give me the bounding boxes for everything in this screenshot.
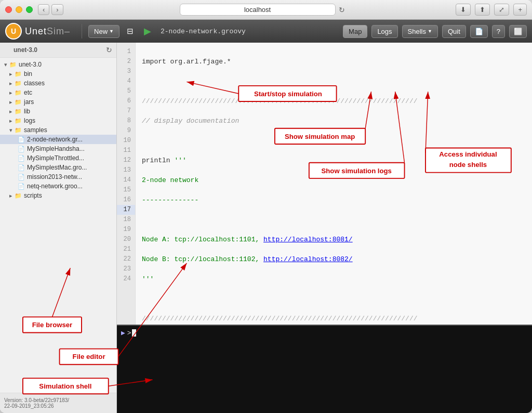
line-num-4: 4 — [117, 76, 135, 86]
folder-icon-classes: 📁 — [15, 80, 22, 87]
logs-button[interactable]: Logs — [371, 25, 397, 38]
reload-button[interactable]: ↻ — [339, 6, 345, 14]
shell-cursor — [132, 329, 136, 337]
folder-icon-bin: 📁 — [15, 71, 22, 78]
line-num-3: 3 — [117, 67, 135, 76]
tree-label-mission: mission2013-netw... — [27, 173, 82, 180]
file-icon-handsha: 📄 — [18, 146, 25, 152]
brand-logo: U — [5, 23, 22, 40]
brand: U UnetSim– — [5, 23, 70, 40]
share-button[interactable]: ⬆ — [475, 4, 490, 16]
chevron-down-icon-samples: ▾ — [9, 127, 12, 134]
tree-label-netq: netq-network.groo... — [27, 183, 83, 190]
chevron-right-icon-scripts: ▸ — [9, 192, 12, 199]
version-label: Version: 3.0-beta/22c97183/ 22-09-2019_2… — [4, 397, 69, 409]
folder-icon-samples: 📁 — [15, 127, 22, 134]
line-num-16: 16 — [117, 195, 135, 205]
line-num-1: 1 — [117, 47, 135, 57]
file-icon-throttled: 📄 — [18, 155, 25, 162]
tree-item-mac[interactable]: 📄 MySimplestMac.gro... — [0, 163, 116, 172]
tree-item-throttled[interactable]: 📄 MySimpleThrottled... — [0, 153, 116, 163]
expand-button[interactable]: ⤢ — [494, 4, 509, 16]
tree-item-handsha[interactable]: 📄 MySimpleHandsha... — [0, 144, 116, 153]
new-button[interactable]: New ▼ — [88, 25, 119, 38]
download-button[interactable]: ⬇ — [456, 4, 471, 16]
minimize-button[interactable] — [16, 6, 22, 13]
folder-icon-jars: 📁 — [15, 99, 22, 106]
file-tree[interactable]: ▾ 📁 unet-3.0 ▸ 📁 bin ▸ — [0, 58, 116, 393]
line-num-18: 18 — [117, 215, 135, 225]
line-num-23: 23 — [117, 264, 135, 274]
titlebar: ‹ › localhost ↻ ⬇ ⬆ ⤢ + — [0, 0, 532, 20]
tree-item-2node[interactable]: 📄 2-node-network.gr... — [0, 135, 116, 144]
shell-prompt: ▶ > — [121, 329, 528, 337]
tree-item-etc[interactable]: ▸ 📁 etc — [0, 88, 116, 97]
code-editor[interactable]: 1 2 3 4 5 6 7 8 9 10 11 12 13 — [117, 43, 532, 325]
code-line-1: import org.arl.fjage.* — [142, 57, 526, 67]
tree-item-netq[interactable]: 📄 netq-network.groo... — [0, 182, 116, 191]
tree-item-logs[interactable]: ▸ 📁 logs — [0, 116, 116, 125]
play-button[interactable]: ▶ — [141, 23, 154, 39]
url-bar[interactable]: localhost — [180, 4, 336, 16]
sidebar-refresh-button[interactable]: ↻ — [106, 46, 112, 54]
line-num-8: 8 — [117, 116, 135, 126]
shells-button[interactable]: Shells ▼ — [402, 25, 438, 38]
maximize-button[interactable] — [26, 6, 33, 13]
code-line-2 — [142, 76, 526, 86]
titlebar-right: ⬇ ⬆ ⤢ + — [456, 4, 527, 16]
line-num-24: 24 — [117, 274, 135, 284]
tree-item-root[interactable]: ▾ 📁 unet-3.0 — [0, 60, 116, 69]
line-num-22: 22 — [117, 254, 135, 264]
line-num-9: 9 — [117, 126, 135, 136]
docs-button[interactable]: 📄 — [470, 25, 488, 38]
tree-label-lib: lib — [24, 108, 30, 115]
folder-icon-lib: 📁 — [15, 108, 22, 115]
pos-container: unet-3.0 ↻ ▾ 📁 unet-3.0 ▸ 📁 — [0, 43, 532, 413]
code-line-13 — [142, 294, 526, 304]
tree-label-logs: logs — [24, 117, 35, 124]
shell-content[interactable]: ▶ > — [117, 326, 532, 413]
line-num-15: 15 — [117, 185, 135, 195]
quit-button[interactable]: Quit — [442, 25, 466, 38]
code-line-11: Node B: tcp://localhost:1102, http://loc… — [142, 254, 526, 264]
help-button[interactable]: ? — [492, 25, 505, 38]
nav-buttons: ‹ › — [38, 4, 63, 15]
file-icon-2node: 📄 — [18, 136, 25, 143]
add-tab-button[interactable]: + — [513, 4, 527, 16]
chevron-down-icon: ▾ — [4, 61, 7, 68]
chevron-right-icon-classes: ▸ — [9, 80, 12, 87]
tree-item-scripts[interactable]: ▸ 📁 scripts — [0, 191, 116, 200]
file-icon-netq: 📄 — [18, 183, 25, 190]
line-num-17: 17 — [117, 205, 135, 215]
tree-label-etc: etc — [24, 89, 32, 96]
tree-item-bin[interactable]: ▸ 📁 bin — [0, 69, 116, 79]
back-button[interactable]: ‹ — [38, 4, 49, 15]
line-num-21: 21 — [117, 244, 135, 254]
tree-item-lib[interactable]: ▸ 📁 lib — [0, 107, 116, 116]
code-line-7: 2-node network — [142, 175, 526, 185]
map-button[interactable]: Map — [343, 25, 367, 38]
tree-label-root: unet-3.0 — [19, 61, 42, 68]
folder-icon: 📁 — [9, 61, 17, 68]
toolbar-separator — [82, 24, 82, 38]
tree-item-classes[interactable]: ▸ 📁 classes — [0, 79, 116, 88]
new-button-label: New — [94, 28, 108, 35]
tree-item-jars[interactable]: ▸ 📁 jars — [0, 97, 116, 107]
app-body: U UnetSim– New ▼ ⊟ ▶ 2-node-network.groo… — [0, 20, 532, 413]
tree-item-samples[interactable]: ▾ 📁 samples — [0, 125, 116, 135]
code-content[interactable]: import org.arl.fjage.* /////////////////… — [136, 43, 532, 325]
filename-label: 2-node-network.groovy — [161, 28, 246, 35]
tree-item-mission[interactable]: 📄 mission2013-netw... — [0, 172, 116, 182]
close-button[interactable] — [5, 6, 12, 13]
editor-area: 1 2 3 4 5 6 7 8 9 10 11 12 13 — [117, 43, 532, 413]
sidebar: unet-3.0 ↻ ▾ 📁 unet-3.0 ▸ 📁 — [0, 43, 117, 413]
chevron-right-icon-etc: ▸ — [9, 89, 12, 96]
line-num-2: 2 — [117, 57, 135, 67]
line-num-13: 13 — [117, 165, 135, 175]
line-num-12: 12 — [117, 156, 135, 165]
window-button[interactable]: ⬜ — [509, 25, 527, 38]
save-button[interactable]: ⊟ — [124, 24, 137, 38]
main-content: unet-3.0 ↻ ▾ 📁 unet-3.0 ▸ 📁 — [0, 43, 532, 413]
chevron-right-icon-jars: ▸ — [9, 99, 12, 106]
forward-button[interactable]: › — [51, 4, 63, 15]
